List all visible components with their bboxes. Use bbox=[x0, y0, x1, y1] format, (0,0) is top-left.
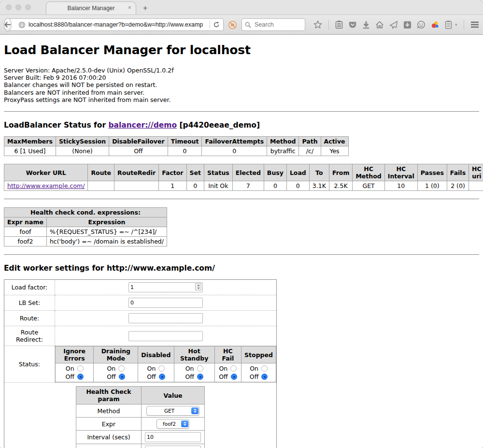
cell-hc-method: GET bbox=[353, 181, 384, 191]
clipboard-list-icon[interactable] bbox=[445, 20, 452, 29]
server-built-line: Server Built: Feb 9 2016 07:00:20 bbox=[4, 74, 479, 81]
cell-expr-name: foof bbox=[4, 227, 47, 237]
ignore-errors-off-radio[interactable] bbox=[77, 374, 84, 380]
worker-url-link[interactable]: http://www.example.com/ bbox=[7, 182, 85, 189]
close-window-button[interactable] bbox=[6, 4, 12, 10]
radio-off-label: Off bbox=[219, 373, 227, 381]
hc-fail-off-radio[interactable] bbox=[231, 374, 237, 380]
page-title: Load Balancer Manager for localhost bbox=[4, 43, 479, 57]
dropdown-caret-icon[interactable]: ▾ bbox=[455, 22, 457, 27]
notice-line: Balancer changes will NOT be persisted o… bbox=[4, 81, 479, 88]
tab-close-icon[interactable]: × bbox=[128, 4, 131, 11]
balancer-status-heading: LoadBalancer Status for balancer://demo … bbox=[4, 121, 479, 130]
browser-window: Balancer Manager × + localhost:8880/bala… bbox=[0, 0, 483, 448]
cell-busy: 0 bbox=[264, 181, 286, 191]
column-header: Hot Standby bbox=[174, 347, 214, 363]
load-factor-stepper bbox=[128, 282, 203, 292]
column-header: HC Interval bbox=[384, 164, 417, 181]
divider bbox=[4, 111, 479, 112]
bookmarks-clipboard-icon[interactable] bbox=[335, 20, 343, 29]
draining-mode-on-radio[interactable] bbox=[118, 365, 125, 372]
ignore-errors-on-radio[interactable] bbox=[77, 365, 84, 372]
number-spinner-icon[interactable] bbox=[195, 283, 201, 290]
column-header: Timeout bbox=[168, 137, 202, 146]
method-select[interactable]: GET bbox=[146, 406, 199, 416]
save-panel-icon[interactable] bbox=[403, 21, 412, 29]
zoom-window-button[interactable] bbox=[25, 4, 31, 10]
window-controls[interactable] bbox=[6, 4, 31, 10]
tab-title: Balancer Manager bbox=[67, 5, 114, 12]
back-button[interactable] bbox=[4, 18, 12, 31]
health-check-cell: Health Check param Value Method GET bbox=[4, 383, 277, 448]
stopped-on-radio[interactable] bbox=[261, 365, 268, 372]
hc-method-label: Method bbox=[76, 405, 142, 418]
route-redirect-input[interactable] bbox=[128, 331, 203, 341]
hot-standby-off-radio[interactable] bbox=[197, 374, 203, 380]
column-header: Method bbox=[267, 137, 299, 146]
search-icon bbox=[245, 22, 251, 28]
column-header: FailoverAttempts bbox=[202, 137, 267, 146]
cell-expr-name: foof2 bbox=[4, 237, 47, 246]
table-row: 6 [1 Used] (None) Off 0 0 bytraffic /c/ … bbox=[4, 146, 349, 156]
hc-interval-input[interactable] bbox=[145, 432, 201, 442]
expression-row: foof %{REQUEST_STATUS} =~ /^[234]/ bbox=[4, 227, 167, 237]
stopped-off-radio[interactable] bbox=[261, 374, 268, 380]
url-bar[interactable]: localhost:8880/balancer-manager?b=demo&w… bbox=[7, 18, 224, 31]
load-factor-input[interactable] bbox=[128, 282, 203, 292]
cell-from: 2.5K bbox=[329, 181, 353, 191]
tab-balancer-manager[interactable]: Balancer Manager × bbox=[46, 1, 136, 14]
bookmark-star-icon[interactable] bbox=[313, 20, 322, 29]
status-disabled-cell: On Off bbox=[138, 363, 174, 382]
menu-hamburger-icon[interactable] bbox=[470, 21, 479, 28]
select-chevrons-icon bbox=[191, 407, 199, 414]
hc-expr-value-cell: foof2 bbox=[142, 418, 205, 431]
hc-passes-value-cell bbox=[142, 444, 205, 448]
chat-smiley-icon[interactable] bbox=[417, 20, 426, 29]
extension-color-dots-icon[interactable] bbox=[431, 20, 440, 29]
new-tab-button[interactable]: + bbox=[143, 4, 147, 13]
home-icon[interactable] bbox=[375, 21, 384, 29]
draining-mode-off-radio[interactable] bbox=[119, 374, 125, 380]
disabled-on-radio[interactable] bbox=[158, 365, 165, 372]
radio-off-label: Off bbox=[65, 373, 74, 381]
lb-set-input[interactable] bbox=[128, 298, 203, 308]
cell-worker-url: http://www.example.com/ bbox=[4, 181, 88, 191]
disabled-off-radio[interactable] bbox=[159, 374, 165, 380]
status-label: Status: bbox=[4, 346, 55, 383]
cell-set: 0 bbox=[186, 181, 204, 191]
method-select-value: GET bbox=[148, 408, 191, 414]
send-icon[interactable] bbox=[389, 21, 398, 29]
expression-row: foof2 hc('body') =~ /domain is establish… bbox=[4, 237, 167, 246]
balancer-demo-link[interactable]: balancer://demo bbox=[108, 121, 177, 130]
column-header: Busy bbox=[264, 164, 286, 181]
hc-method-row: Method GET bbox=[76, 405, 205, 418]
divider bbox=[4, 199, 479, 200]
page-content: Load Balancer Manager for localhost Serv… bbox=[0, 35, 483, 448]
hc-passes-input[interactable] bbox=[145, 446, 201, 448]
hc-fail-on-radio[interactable] bbox=[230, 365, 237, 372]
hc-passes-label: Passes trigger bbox=[76, 444, 142, 448]
download-icon[interactable] bbox=[362, 21, 370, 29]
back-arrow-icon bbox=[4, 22, 11, 28]
cell-hc-interval: 10 bbox=[384, 181, 417, 191]
search-bar[interactable] bbox=[242, 18, 305, 31]
expr-select[interactable]: foof2 bbox=[156, 419, 189, 429]
worker-row: http://www.example.com/ 1 0 Init Ok 7 0 … bbox=[4, 181, 483, 191]
hc-method-value-cell: GET bbox=[142, 405, 205, 418]
reload-icon[interactable] bbox=[213, 21, 220, 28]
cell-route bbox=[88, 181, 114, 191]
cell-path: /c/ bbox=[299, 146, 321, 156]
url-text[interactable]: localhost:8880/balancer-manager?b=demo&w… bbox=[28, 21, 207, 28]
status-stopped-cell: On Off bbox=[242, 363, 276, 382]
content-blocked-icon[interactable] bbox=[228, 20, 237, 29]
column-header: Factor bbox=[159, 164, 186, 181]
select-chevrons-icon bbox=[181, 420, 188, 427]
route-input[interactable] bbox=[128, 313, 203, 323]
minimize-window-button[interactable] bbox=[15, 4, 21, 10]
cell-method: bytraffic bbox=[267, 146, 299, 156]
pocket-icon[interactable] bbox=[348, 21, 357, 29]
search-input[interactable] bbox=[254, 21, 299, 29]
heading-suffix: [p4420eeae_demo] bbox=[180, 121, 260, 130]
expr-select-value: foof2 bbox=[158, 421, 181, 427]
hot-standby-on-radio[interactable] bbox=[197, 365, 203, 372]
